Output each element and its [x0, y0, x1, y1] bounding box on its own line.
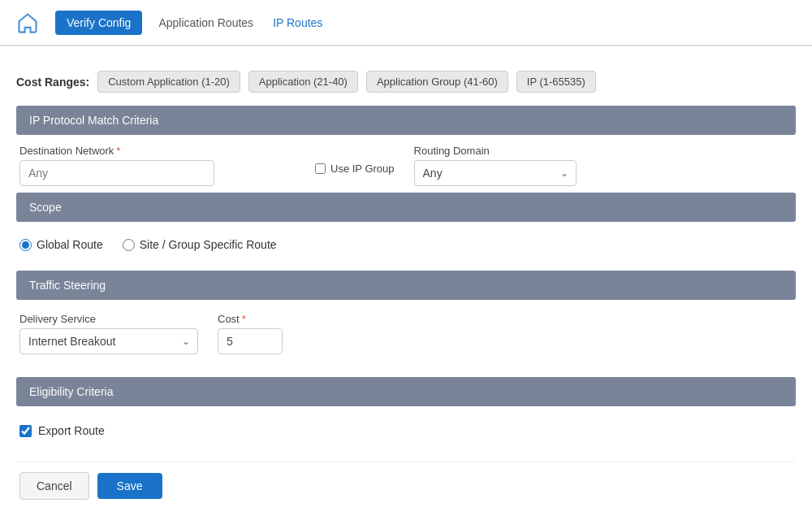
cost-ranges-label: Cost Ranges:	[16, 76, 89, 89]
scope-section: Scope Global Route Site / Group Specific…	[16, 193, 796, 258]
nav-link-application-routes[interactable]: Application Routes	[158, 16, 253, 29]
traffic-steering-section: Traffic Steering Delivery Service Intern…	[16, 271, 796, 364]
cost-group: Cost *	[218, 313, 283, 354]
cost-input[interactable]	[218, 328, 283, 354]
use-ip-group-checkbox[interactable]	[315, 163, 326, 174]
navbar: Verify Config Application Routes IP Rout…	[0, 0, 812, 46]
scope-radio-row: Global Route Site / Group Specific Route	[16, 232, 796, 258]
routing-domain-group: Routing Domain Any Default Custom ⌄	[414, 145, 577, 186]
cost-badge-custom-app[interactable]: Custom Application (1-20)	[97, 71, 240, 93]
destination-network-required: *	[116, 145, 120, 157]
eligibility-criteria-header: Eligibility Criteria	[16, 377, 796, 406]
destination-network-label: Destination Network *	[19, 145, 296, 157]
use-ip-group-label[interactable]: Use IP Group	[315, 163, 395, 175]
export-route-checkbox[interactable]	[19, 425, 32, 437]
site-group-specific-radio[interactable]	[123, 239, 135, 251]
global-route-radio[interactable]	[19, 239, 32, 251]
delivery-service-label: Delivery Service	[19, 313, 198, 325]
cost-required: *	[242, 313, 246, 325]
cost-ranges-row: Cost Ranges: Custom Application (1-20) A…	[16, 71, 796, 93]
cost-badge-ip[interactable]: IP (1-65535)	[516, 71, 596, 93]
destination-network-group: Destination Network *	[19, 145, 296, 186]
home-icon[interactable]	[13, 8, 42, 37]
save-button[interactable]: Save	[97, 473, 162, 499]
global-route-option[interactable]: Global Route	[19, 238, 103, 251]
traffic-steering-header: Traffic Steering	[16, 271, 796, 300]
site-group-specific-option[interactable]: Site / Group Specific Route	[123, 238, 277, 251]
delivery-service-select-wrapper: Internet Breakout Direct Link MPLS VPN ⌄	[19, 328, 198, 354]
scope-section-header: Scope	[16, 193, 796, 222]
export-route-row: Export Route	[16, 416, 796, 445]
export-route-label: Export Route	[38, 424, 105, 437]
cancel-button[interactable]: Cancel	[19, 472, 89, 500]
delivery-cost-row: Delivery Service Internet Breakout Direc…	[16, 310, 796, 364]
site-group-specific-label: Site / Group Specific Route	[140, 238, 277, 251]
global-route-label: Global Route	[37, 238, 103, 251]
ip-protocol-section-header: IP Protocol Match Criteria	[16, 106, 796, 135]
footer-buttons: Cancel Save	[16, 462, 796, 509]
cost-label: Cost *	[218, 313, 283, 325]
delivery-service-select[interactable]: Internet Breakout Direct Link MPLS VPN	[19, 328, 198, 354]
verify-config-button[interactable]: Verify Config	[55, 11, 142, 35]
eligibility-criteria-section: Eligibility Criteria Export Route	[16, 377, 796, 445]
nav-links: Application Routes IP Routes	[158, 16, 322, 29]
main-content: Cost Ranges: Custom Application (1-20) A…	[0, 58, 812, 522]
nav-link-ip-routes[interactable]: IP Routes	[273, 16, 322, 29]
routing-domain-select[interactable]: Any Default Custom	[414, 160, 577, 186]
cost-badge-application-group[interactable]: Application Group (41-60)	[366, 71, 508, 93]
destination-network-input[interactable]	[19, 160, 214, 186]
ip-protocol-fields: Destination Network * Use IP Group Routi…	[16, 145, 796, 186]
cost-badge-application[interactable]: Application (21-40)	[248, 71, 358, 93]
routing-domain-select-wrapper: Any Default Custom ⌄	[414, 160, 577, 186]
delivery-service-group: Delivery Service Internet Breakout Direc…	[19, 313, 198, 354]
routing-domain-label: Routing Domain	[414, 145, 577, 157]
